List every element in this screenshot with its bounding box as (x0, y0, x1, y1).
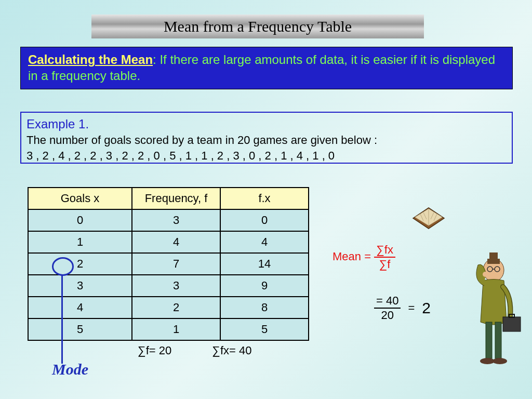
table-sums: ∑f= 20 ∑fx= 40 (138, 344, 251, 357)
col-header-x: Goals x (28, 188, 132, 209)
mean-label: Mean = (332, 250, 371, 263)
example-heading: Example 1. (26, 116, 507, 132)
intro-lead: Calculating the Mean (28, 52, 153, 66)
table-row: 428 (28, 297, 309, 318)
svg-point-16 (493, 358, 507, 364)
svg-rect-13 (486, 322, 492, 358)
mode-label: Mode (52, 361, 88, 378)
svg-point-17 (483, 272, 488, 277)
intro-box: Calculating the Mean: If there are large… (20, 47, 513, 89)
mean-substitution: = 40 20 (374, 294, 401, 322)
table-row: 144 (28, 231, 309, 253)
svg-rect-18 (503, 317, 521, 331)
book-icon (408, 203, 449, 234)
equals-sign: = (408, 301, 415, 315)
table-row: 515 (28, 318, 309, 340)
svg-point-15 (480, 358, 495, 364)
example-description: The number of goals scored by a team in … (26, 132, 507, 148)
example-data: 3 , 2 , 4 , 2 , 2 , 3 , 2 , 2 , 0 , 5 , … (26, 148, 507, 164)
sum-fx: ∑fx= 40 (212, 344, 251, 357)
table-header-row: Goals x Frequency, f f.x (28, 188, 309, 209)
sum-f: ∑f= 20 (138, 344, 171, 357)
mode-pointer-line (61, 275, 63, 364)
col-header-fx: f.x (220, 188, 309, 209)
svg-rect-9 (489, 252, 498, 260)
table-row: 339 (28, 275, 309, 297)
mean-calculation: Mean = ∑fx ∑f = 40 20 = 2 (332, 243, 431, 322)
col-header-f: Frequency, f (132, 188, 220, 209)
example-box: Example 1. The number of goals scored by… (20, 112, 513, 164)
table-row: 030 (28, 209, 309, 231)
slide-title: Mean from a Frequency Table (91, 15, 424, 38)
person-illustration-icon (462, 249, 525, 374)
mode-circle-annotation (52, 257, 74, 276)
svg-rect-14 (495, 322, 501, 358)
mean-result: 2 (422, 299, 431, 317)
mean-formula: ∑fx ∑f (374, 243, 395, 271)
